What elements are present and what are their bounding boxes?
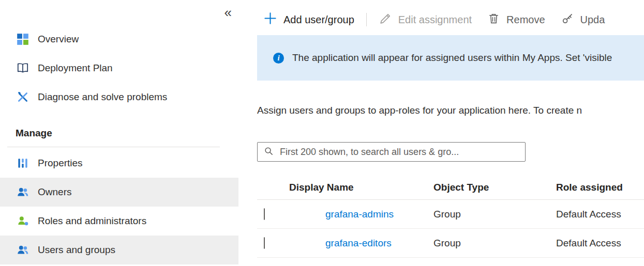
page-description: Assign users and groups to app-roles for… (257, 105, 644, 116)
column-header-role-assigned: Role assigned (556, 182, 644, 193)
sidebar-item-overview[interactable]: Overview (0, 25, 238, 54)
column-header-object-type: Object Type (433, 182, 556, 193)
add-user-group-label: Add user/group (283, 14, 354, 26)
row-checkbox[interactable] (264, 208, 265, 220)
update-credentials-button[interactable]: Upda (561, 12, 605, 28)
search-icon (264, 146, 274, 158)
sidebar-item-users-and-groups[interactable]: Users and groups (0, 236, 238, 264)
info-banner-text: The application will appear for assigned… (292, 52, 612, 64)
toolbar-divider (366, 13, 367, 26)
plus-icon (263, 11, 277, 28)
column-header-display-name: Display Name (282, 182, 433, 193)
info-icon: i (273, 53, 284, 64)
toolbar: Add user/group Edit assignment (257, 9, 644, 30)
sidebar-collapse-row: « (0, 0, 238, 25)
remove-label: Remove (506, 14, 545, 26)
sidebar-section-manage: Manage (0, 120, 238, 147)
assignments-table: Display Name Object Type Role assigned g… (257, 175, 644, 258)
table-row: grafana-editors Group Default Access (257, 229, 644, 258)
search-input[interactable] (279, 146, 520, 158)
search-box (257, 142, 526, 162)
roles-icon (16, 214, 29, 228)
object-type-cell: Group (433, 209, 556, 220)
deployment-plan-icon (16, 61, 29, 75)
sidebar-item-diagnose[interactable]: Diagnose and solve problems (0, 83, 238, 112)
sidebar: « Overview Deployment Plan (0, 0, 238, 266)
sidebar-item-label: Properties (38, 158, 83, 169)
role-assigned-cell: Default Access (556, 238, 644, 249)
info-banner: i The application will appear for assign… (257, 35, 644, 81)
group-name-link[interactable]: grafana-editors (318, 238, 433, 249)
row-checkbox[interactable] (264, 237, 265, 249)
collapse-sidebar-icon[interactable]: « (224, 6, 230, 19)
trash-icon (487, 12, 500, 27)
edit-assignment-label: Edit assignment (398, 14, 472, 26)
sidebar-item-label: Roles and administrators (38, 215, 146, 227)
sidebar-item-roles-admins[interactable]: Roles and administrators (0, 207, 238, 236)
object-type-cell: Group (433, 238, 556, 249)
add-user-group-button[interactable]: Add user/group (263, 11, 354, 28)
diagnose-icon (16, 90, 29, 104)
users-groups-icon (16, 243, 29, 257)
pencil-icon (379, 12, 392, 28)
role-assigned-cell: Default Access (556, 209, 644, 220)
sidebar-divider (7, 147, 220, 147)
sidebar-item-deployment-plan[interactable]: Deployment Plan (0, 54, 238, 83)
sidebar-item-label: Users and groups (38, 244, 115, 256)
owners-icon (16, 185, 29, 199)
app-window: « Overview Deployment Plan (0, 0, 644, 266)
sidebar-item-owners[interactable]: Owners (0, 178, 238, 207)
sidebar-item-label: Diagnose and solve problems (38, 91, 167, 103)
key-icon (561, 12, 574, 28)
properties-icon (16, 157, 29, 170)
overview-icon (16, 33, 29, 46)
edit-assignment-button[interactable]: Edit assignment (379, 12, 472, 28)
sidebar-item-properties[interactable]: Properties (0, 149, 238, 178)
sidebar-item-label: Deployment Plan (38, 62, 113, 74)
main-content: Add user/group Edit assignment (238, 0, 644, 266)
table-header-row: Display Name Object Type Role assigned (257, 175, 644, 200)
remove-button[interactable]: Remove (487, 12, 545, 27)
update-credentials-label: Upda (580, 14, 605, 26)
sidebar-item-label: Overview (38, 34, 79, 45)
table-row: grafana-admins Group Default Access (257, 200, 644, 229)
group-name-link[interactable]: grafana-admins (318, 209, 433, 220)
sidebar-item-label: Owners (38, 186, 71, 198)
